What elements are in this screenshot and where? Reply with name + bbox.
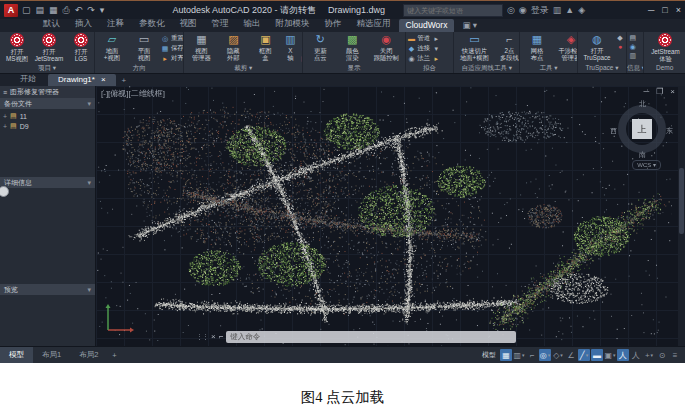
annotation-scale-icon[interactable]: + — [643, 349, 655, 361]
scrollbar-thumb[interactable] — [679, 168, 684, 234]
disable-follow-button[interactable]: ◉ 关闭 跟随控制 — [369, 33, 403, 61]
truspace-extra2-icon[interactable]: ● — [616, 43, 624, 50]
tab-output[interactable]: 输出 — [237, 17, 268, 32]
sign-in-link[interactable]: 登录 — [531, 4, 549, 17]
help-icon[interactable]: ◈ — [578, 5, 585, 15]
dynamic-ucs-icon[interactable]: 人 — [630, 349, 642, 361]
compass-east[interactable]: 东 — [666, 126, 673, 136]
connect-extra-icon[interactable]: ▾ — [432, 45, 440, 53]
cart-icon[interactable]: ▥ — [553, 5, 562, 15]
quick-slice-button[interactable]: ▭ 快速切片 地面+横图 — [456, 33, 492, 61]
viewcube-top-face[interactable]: 上 — [632, 119, 652, 139]
drawing-close-icon[interactable]: × — [670, 87, 675, 96]
save-icon[interactable]: ▦ — [49, 5, 58, 16]
collapse-icon[interactable]: ▾ — [87, 286, 91, 294]
new-layout-button[interactable]: + — [107, 347, 121, 363]
open-icon[interactable]: ▤ — [36, 5, 45, 16]
file-tab-close-icon[interactable]: × — [101, 75, 106, 84]
tab-home[interactable]: 默认 — [36, 17, 67, 32]
info-doc-icon[interactable]: ▥ — [629, 52, 637, 60]
osnap-toggle-icon[interactable]: ╱ — [578, 349, 590, 361]
x-axis-button[interactable]: ▥ X 轴 — [282, 33, 298, 61]
ortho-toggle-icon[interactable]: ⌐ — [526, 349, 538, 361]
autocad-logo-icon[interactable]: A — [4, 4, 18, 17]
undo-icon[interactable]: ↶ — [75, 5, 83, 16]
tab-collaborate[interactable]: 协作 — [318, 17, 349, 32]
tab-featured-apps[interactable]: 精选应用 — [350, 17, 398, 32]
panel-label-tools[interactable]: 工具 ▾ — [520, 63, 577, 73]
info-copy-icon[interactable]: ▤ — [629, 34, 637, 42]
minimize-button[interactable]: ─ — [648, 5, 654, 15]
flange-fit-button[interactable]: ◉法兰▸ — [408, 54, 441, 63]
layout-tab-model[interactable]: 模型 — [0, 347, 33, 363]
open-lgs-button[interactable]: 打开 LGS — [66, 33, 94, 62]
selection-cycle-icon[interactable]: ▣ — [604, 349, 616, 361]
layout-tab-layout2[interactable]: 布局2 — [70, 347, 107, 363]
panel-label-fit[interactable]: 拟合 — [406, 63, 454, 73]
save-ucs-button[interactable]: ▦保存UCS — [161, 44, 183, 53]
clip-back-button[interactable]: ▸回退 — [300, 44, 302, 53]
flange-extra-icon[interactable]: ▸ — [432, 55, 440, 63]
connect-fit-button[interactable]: ◆连接▾ — [408, 44, 441, 53]
qat-caret-icon[interactable]: ▾ — [100, 5, 105, 16]
panel-label-contour-tools[interactable]: 自适应周线工具 ▾ — [454, 63, 518, 73]
command-input[interactable] — [226, 331, 516, 343]
compass-south[interactable]: 南 — [639, 150, 646, 160]
model-space-indicator[interactable]: 模型 — [482, 350, 496, 360]
viewcube[interactable]: 上 北 东 南 西 — [615, 102, 669, 156]
reset-world-button[interactable]: ◎重置到世界系 — [161, 34, 183, 43]
two-point-polyline-button[interactable]: ⌐ 2点 多段线 — [494, 33, 518, 61]
expand-icon[interactable]: + — [3, 113, 7, 120]
plot-icon[interactable]: ⎙ — [63, 5, 70, 16]
point-cloud-canvas[interactable] — [96, 86, 672, 346]
tab-parametric[interactable]: 参数化 — [132, 17, 172, 32]
tab-addins[interactable]: 附加模块 — [269, 17, 317, 32]
drawing-minimize-icon[interactable]: ─ — [643, 87, 649, 96]
wcs-dropdown[interactable]: WCS ▾ — [632, 160, 661, 170]
file-tab-drawing1[interactable]: Drawing1* × — [48, 74, 116, 86]
clash-manager-button[interactable]: ◈ 干涉检查 管理器 — [554, 33, 577, 61]
fence-box-button[interactable]: ▣ 框图 盒 — [250, 33, 280, 61]
maximize-button[interactable]: □ — [662, 5, 667, 15]
collapse-icon[interactable]: ▾ — [87, 100, 91, 108]
panel-label-orientation[interactable]: 方向 — [95, 63, 183, 73]
align-view-button[interactable]: ▸对齐视图 — [161, 54, 183, 63]
command-grip-handle[interactable]: ⋮⋮ — [196, 333, 208, 341]
view-manager-button[interactable]: ▦ 视图 管理器 — [186, 33, 216, 61]
truspace-extra1-icon[interactable]: ◆ — [616, 34, 624, 42]
redo-icon[interactable]: ↷ — [87, 5, 95, 16]
panel-label-demo[interactable]: Demo — [644, 63, 685, 73]
open-jetstream-button[interactable]: 打开 JetStream — [34, 33, 64, 62]
section-header-details[interactable]: 详细信息 ▾ — [0, 177, 95, 188]
help-search-input[interactable] — [403, 4, 503, 17]
panel-label-info[interactable]: 信息 ▾ — [627, 63, 644, 73]
otrack-toggle-icon[interactable]: ∠ — [565, 349, 577, 361]
palette-title-bar[interactable]: ≡ 图形修复管理器 — [0, 86, 95, 98]
new-icon[interactable]: ▢ — [22, 5, 31, 16]
regen-pointcloud-button[interactable]: ↻ 更新 点云 — [305, 33, 335, 61]
collapse-icon[interactable]: ▾ — [87, 179, 91, 187]
customize-menu-icon[interactable]: ≡ — [669, 349, 681, 361]
command-customize-icon[interactable]: ⌐ — [219, 332, 224, 341]
new-drawing-tab-button[interactable]: + — [118, 75, 131, 86]
tree-item-d9[interactable]: + ▤ D9 — [3, 121, 92, 131]
jetstream-demo-button[interactable]: JetStream 体验 — [646, 33, 684, 62]
drawing-viewport[interactable]: [-][俯视][二维线框] ─ ❐ × 上 北 东 南 西 WCS ▾ — [96, 86, 685, 346]
panel-label-clip[interactable]: 裁剪 ▾ — [184, 63, 302, 73]
tab-view[interactable]: 视图 — [173, 17, 204, 32]
layout-tab-layout1[interactable]: 布局1 — [33, 347, 70, 363]
section-header-preview[interactable]: 预览 ▾ — [0, 284, 95, 295]
viewport-scrollbar[interactable] — [678, 86, 685, 346]
search-icon[interactable]: ◎ — [507, 5, 515, 15]
ribbon-display-options-icon[interactable]: ▣ ▾ — [455, 19, 484, 32]
appstore-icon[interactable]: ▲ — [565, 5, 574, 15]
panel-label-display[interactable]: 显示 — [303, 63, 404, 73]
file-tab-start[interactable]: 开始 — [10, 72, 46, 86]
plan-view-button[interactable]: ▭ 平面 视图 — [129, 33, 159, 61]
ground-view-button[interactable]: ▱ 地面 +视图 — [97, 33, 127, 61]
viewport-controls-label[interactable]: [-][俯视][二维线框] — [101, 88, 165, 99]
command-close-icon[interactable]: × — [211, 332, 216, 341]
polar-toggle-icon[interactable]: ◎ — [539, 349, 551, 361]
clip-off-button[interactable]: ▧关闭裁剪 — [300, 54, 302, 63]
compass-west[interactable]: 西 — [610, 126, 617, 136]
